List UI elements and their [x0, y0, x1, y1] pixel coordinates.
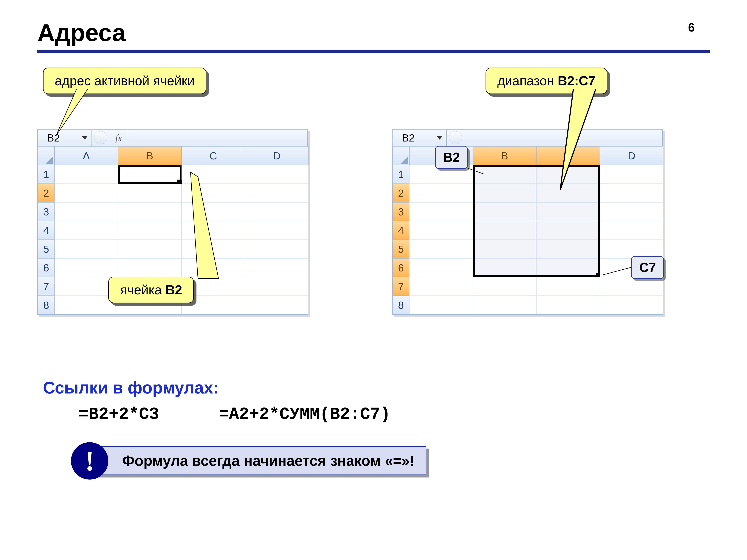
- cell[interactable]: [409, 202, 473, 221]
- cell[interactable]: [536, 296, 600, 314]
- cell[interactable]: [182, 221, 245, 240]
- select-all-corner[interactable]: [38, 146, 54, 165]
- fx-button[interactable]: fx: [109, 130, 128, 146]
- fill-handle[interactable]: [177, 180, 182, 184]
- name-box-value: B2: [402, 132, 415, 144]
- cell[interactable]: [182, 202, 245, 221]
- row-header-6[interactable]: 6: [392, 258, 409, 277]
- cell[interactable]: [54, 202, 118, 221]
- cell[interactable]: [118, 202, 182, 221]
- col-header-C[interactable]: C: [182, 146, 245, 165]
- cell[interactable]: [409, 184, 473, 202]
- row-header-7[interactable]: 7: [38, 277, 54, 296]
- cell[interactable]: [409, 240, 473, 258]
- col-header-B[interactable]: B: [473, 146, 536, 165]
- cell[interactable]: [245, 202, 309, 221]
- cell[interactable]: [54, 258, 118, 277]
- callout-bold: B2: [165, 283, 182, 297]
- cell[interactable]: [245, 258, 309, 277]
- cell[interactable]: [245, 296, 309, 314]
- select-all-corner[interactable]: [392, 146, 409, 165]
- name-box-value: B2: [47, 132, 60, 144]
- cell[interactable]: [245, 221, 309, 240]
- cancel-button[interactable]: [449, 131, 462, 144]
- formula-input[interactable]: [464, 130, 663, 146]
- cell[interactable]: [409, 277, 473, 296]
- row-header-4[interactable]: 4: [38, 221, 54, 240]
- cell[interactable]: [182, 165, 245, 184]
- col-header-A[interactable]: A: [54, 146, 118, 165]
- cell[interactable]: [409, 221, 473, 240]
- cell[interactable]: [600, 184, 663, 202]
- cell[interactable]: [600, 296, 663, 314]
- row-header-6[interactable]: 6: [38, 258, 54, 277]
- cell[interactable]: [600, 202, 663, 221]
- row-header-1[interactable]: 1: [38, 165, 54, 184]
- callout-text: ячейка: [120, 283, 165, 297]
- col-header-D[interactable]: D: [245, 146, 309, 165]
- row-header-3[interactable]: 3: [38, 202, 54, 221]
- row-header-4[interactable]: 4: [392, 221, 409, 240]
- row-header-1[interactable]: 1: [392, 165, 409, 184]
- cell[interactable]: [182, 184, 245, 202]
- row-header-5[interactable]: 5: [38, 240, 54, 258]
- cell[interactable]: [118, 184, 182, 202]
- col-header-B[interactable]: B: [118, 146, 182, 165]
- page-number: 6: [688, 21, 695, 34]
- cell[interactable]: [536, 277, 600, 296]
- formula-input[interactable]: [128, 130, 308, 146]
- cell[interactable]: [54, 165, 118, 184]
- cell[interactable]: [118, 240, 182, 258]
- left-panel: адрес активной ячейки B2 fx A: [37, 68, 355, 315]
- dropdown-icon[interactable]: [437, 136, 443, 140]
- col-header-D[interactable]: D: [600, 146, 663, 165]
- alert-row: ! Формула всегда начинается знаком «=»!: [89, 446, 710, 475]
- right-panel: диапазон B2:C7 B2 A B C D: [392, 68, 710, 315]
- cell[interactable]: [54, 184, 118, 202]
- row-header-8[interactable]: 8: [392, 296, 409, 314]
- cell[interactable]: [600, 277, 663, 296]
- cell[interactable]: [54, 221, 118, 240]
- selection-box: [118, 165, 182, 184]
- label-b2: B2: [435, 146, 468, 169]
- formula-bar: B2: [392, 130, 663, 146]
- cell[interactable]: [409, 258, 473, 277]
- cell[interactable]: [245, 240, 309, 258]
- fx-icon: fx: [115, 133, 122, 143]
- row-header-3[interactable]: 3: [392, 202, 409, 221]
- alert-text: Формула всегда начинается знаком «=»!: [89, 446, 426, 475]
- cell[interactable]: [245, 165, 309, 184]
- page-title: Адреса: [37, 19, 710, 53]
- row-header-2[interactable]: 2: [38, 184, 54, 202]
- callout-bold: B2:C7: [558, 74, 595, 88]
- cell[interactable]: [118, 258, 182, 277]
- cancel-button[interactable]: [94, 131, 107, 144]
- cell[interactable]: [182, 240, 245, 258]
- alert-icon: !: [71, 442, 108, 480]
- formula-2: =A2+2*СУММ(B2:C7): [219, 405, 390, 424]
- callout-text: диапазон: [497, 74, 558, 88]
- cell[interactable]: [473, 296, 536, 314]
- row-header-5[interactable]: 5: [392, 240, 409, 258]
- cell[interactable]: [409, 296, 473, 314]
- row-header-8[interactable]: 8: [38, 296, 54, 314]
- cell[interactable]: [245, 184, 309, 202]
- callout-active-address: адрес активной ячейки: [43, 68, 206, 94]
- cell[interactable]: [54, 240, 118, 258]
- row-header-2[interactable]: 2: [392, 184, 409, 202]
- name-box[interactable]: B2: [38, 130, 92, 146]
- cell[interactable]: [245, 277, 309, 296]
- dropdown-icon[interactable]: [82, 136, 88, 140]
- links-heading: Ссылки в формулах:: [43, 378, 710, 397]
- name-box[interactable]: B2: [392, 130, 447, 146]
- spreadsheet-right: B2 A B C D 1 2 3 4 5 6 7 8: [392, 129, 663, 315]
- cell[interactable]: [600, 240, 663, 258]
- fill-handle[interactable]: [596, 273, 600, 277]
- cell[interactable]: [182, 258, 245, 277]
- row-header-7[interactable]: 7: [392, 277, 409, 296]
- cell[interactable]: [600, 165, 663, 184]
- cell[interactable]: [473, 277, 536, 296]
- col-header-C[interactable]: C: [536, 146, 600, 165]
- cell[interactable]: [600, 221, 663, 240]
- cell[interactable]: [118, 221, 182, 240]
